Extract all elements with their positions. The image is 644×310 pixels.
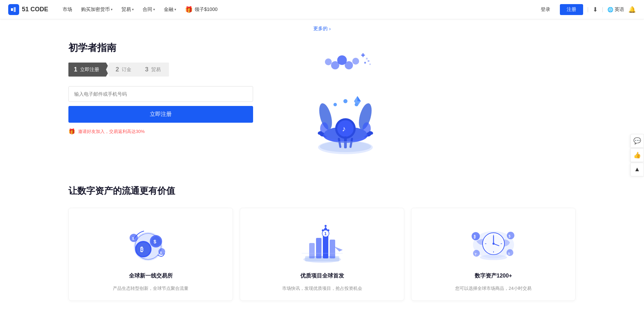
svg-point-35	[355, 103, 358, 106]
step-3-num: 3	[145, 66, 148, 73]
svg-point-36	[320, 141, 371, 152]
svg-rect-10	[368, 60, 369, 62]
logo-icon	[8, 4, 19, 15]
svg-point-74	[507, 232, 514, 239]
card-premiere: 1 优质项目全球首发 市场快讯，发现优质项目，抢占投资机会	[240, 208, 404, 301]
like-sidebar-button[interactable]: 👍	[630, 148, 644, 162]
step-3: 3 贸易	[135, 63, 169, 77]
card-2-desc: 市场快讯，发现优质项目，抢占投资机会	[282, 285, 362, 292]
svg-point-34	[343, 99, 347, 103]
svg-point-4	[331, 61, 339, 69]
register-button[interactable]: 注册	[560, 4, 583, 15]
logo[interactable]: 51 CODE	[8, 4, 48, 15]
svg-text:S: S	[508, 252, 510, 255]
svg-rect-51	[309, 243, 315, 258]
globe-icon: 🌐	[607, 7, 613, 12]
steps-bar: 1 立即注册 2 订金 3 贸易	[68, 63, 274, 77]
svg-text:1: 1	[324, 231, 327, 236]
card-1-desc: 产品生态转型创新，全球节点聚合流量	[113, 285, 188, 292]
up-sidebar-button[interactable]: ▲	[630, 163, 644, 176]
robot-image: +	[298, 41, 393, 158]
svg-text:T: T	[475, 253, 477, 256]
step-1-label: 立即注册	[80, 67, 99, 73]
main-nav: 市场 购买加密货币 ▾ 贸易 ▾ 合同 ▾ 金融 ▾ 🎁 领子$1000	[59, 4, 535, 15]
svg-rect-11	[366, 58, 368, 59]
step-1: 1 立即注册	[68, 63, 110, 77]
login-button[interactable]: 登录	[535, 4, 556, 15]
svg-text:$: $	[160, 251, 162, 254]
svg-rect-9	[364, 62, 366, 64]
value-title: 让数字资产的流通更有价值	[68, 185, 576, 197]
registration-form: 立即注册	[68, 86, 274, 123]
chat-icon: 💬	[633, 137, 641, 145]
svg-point-72	[472, 232, 480, 240]
more-link-bar: 更多的 ›	[0, 19, 644, 35]
hero-left: 初学者指南 1 立即注册 2 订金 3 贸易 立即注册	[68, 41, 274, 135]
card-3-title: 数字资产1200+	[475, 272, 512, 280]
notification-bell-icon[interactable]: 🔔	[628, 6, 636, 13]
svg-text:$: $	[509, 234, 511, 238]
chevron-down-icon: ▾	[111, 8, 113, 11]
svg-text:$: $	[154, 239, 156, 244]
svg-point-33	[333, 103, 337, 106]
chevron-down-icon: ▾	[153, 8, 155, 11]
svg-point-40	[136, 242, 150, 256]
hero-illustration: +	[294, 41, 397, 158]
nav-finance[interactable]: 金融 ▾	[160, 4, 180, 15]
svg-rect-1	[14, 7, 16, 12]
svg-text:S: S	[132, 237, 134, 241]
svg-marker-32	[357, 96, 361, 101]
main-content: 更多的 › 初学者指南 1 立即注册 2 订金 3 贸易	[0, 19, 644, 308]
nav-trade[interactable]: 贸易 ▾	[118, 4, 137, 15]
hero-section: 初学者指南 1 立即注册 2 订金 3 贸易 立即注册	[0, 35, 644, 171]
step-2-label: 订金	[122, 67, 131, 73]
card-global-exchange: ₿ $ $ S	[68, 208, 233, 301]
svg-point-6	[352, 58, 359, 65]
chevron-up-icon: ▲	[634, 166, 640, 173]
arrow-right-icon: ›	[329, 26, 331, 31]
invite-gift-icon: 🎁	[68, 128, 75, 135]
step-3-label: 贸易	[151, 67, 161, 73]
card-1-title: 全球新一线交易所	[129, 272, 173, 280]
invite-text: 邀请好友加入，交易返利高达30%	[78, 129, 145, 135]
download-icon[interactable]: ⬇	[593, 6, 598, 13]
divider: |	[587, 6, 589, 13]
step-1-num: 1	[74, 66, 77, 73]
step-2-num: 2	[116, 66, 119, 73]
robot-svg: +	[298, 41, 393, 158]
svg-rect-0	[11, 8, 13, 11]
nav-contract[interactable]: 合同 ▾	[139, 4, 158, 15]
card-assets: ₿ $ T S 数字资产1200+ 您可以选择全球市场商品，24小时交易	[411, 208, 576, 301]
email-input[interactable]	[68, 86, 253, 102]
nav-buy-crypto[interactable]: 购买加密货币 ▾	[78, 4, 116, 15]
chevron-down-icon: ▾	[174, 8, 176, 11]
register-submit-button[interactable]: 立即注册	[68, 106, 253, 123]
svg-text:+: +	[361, 51, 365, 59]
clock-illustration: ₿ $ T S	[466, 219, 521, 267]
guide-title: 初学者指南	[68, 41, 274, 54]
svg-text:₿: ₿	[140, 246, 143, 253]
svg-point-5	[345, 61, 353, 69]
feature-cards: ₿ $ $ S	[68, 208, 576, 301]
thumbs-up-icon: 👍	[633, 151, 641, 159]
svg-point-80	[480, 255, 507, 260]
chat-sidebar-button[interactable]: 💬	[630, 134, 644, 148]
svg-rect-54	[330, 240, 335, 258]
nav-gift[interactable]: 🎁 领子$1000	[182, 4, 221, 15]
svg-point-58	[325, 225, 327, 227]
nav-market[interactable]: 市场	[59, 4, 76, 15]
chevron-down-icon: ▾	[132, 8, 134, 11]
step-2: 2 订金	[106, 63, 140, 77]
globe-illustration: ₿ $ $ S	[123, 219, 178, 267]
header: 51 CODE 市场 购买加密货币 ▾ 贸易 ▾ 合同 ▾ 金融 ▾ 🎁 领子$…	[0, 0, 644, 19]
header-right: 登录 注册 | ⬇ | 🌐 英语 🔔	[535, 4, 636, 15]
svg-text:₿: ₿	[474, 235, 476, 239]
invite-bar: 🎁 邀请好友加入，交易返利高达30%	[68, 128, 274, 135]
language-button[interactable]: 🌐 英语	[607, 6, 624, 13]
more-link[interactable]: 更多的 ›	[313, 26, 331, 32]
logo-text: 51 CODE	[22, 6, 48, 13]
divider2: |	[602, 6, 603, 13]
svg-point-67	[492, 243, 495, 245]
card-2-title: 优质项目全球首发	[300, 272, 344, 280]
svg-text:♪: ♪	[342, 124, 346, 133]
